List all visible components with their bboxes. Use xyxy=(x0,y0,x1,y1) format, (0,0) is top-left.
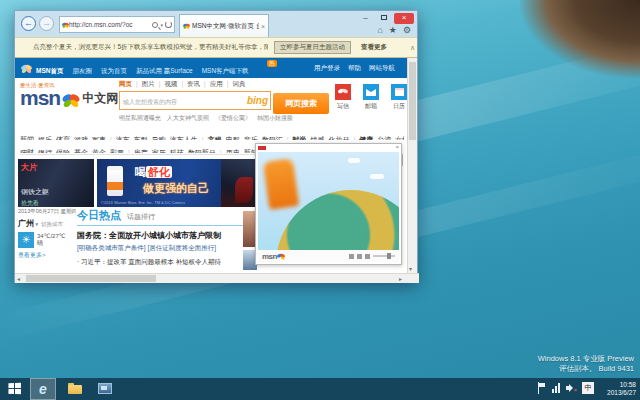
channel-link[interactable]: 数码新品 xyxy=(188,149,216,153)
city-selector[interactable]: 广州 ▾ xyxy=(18,218,38,229)
browser-tab[interactable]: MSN中文网·微软首页 台… × xyxy=(179,14,269,37)
calendar-tile[interactable] xyxy=(391,84,407,100)
channel-link[interactable]: 黄金 xyxy=(92,149,106,153)
search-input[interactable]: 输入您想搜索的内容 bing xyxy=(119,91,271,110)
channel-link[interactable]: 汽车 xyxy=(116,136,130,140)
top-nav-link[interactable]: 帮助 xyxy=(348,64,361,73)
channel-link[interactable]: 保险 xyxy=(56,149,70,153)
top-nav-link[interactable]: MSN客户端下载 xyxy=(202,67,249,74)
back-button[interactable]: ← xyxy=(21,16,36,31)
weather-more-link[interactable]: 查看更多> xyxy=(18,251,76,260)
top-nav-link[interactable]: 用户登录 xyxy=(314,64,340,73)
channel-link[interactable]: 时尚 xyxy=(292,136,306,140)
scroll-left-icon[interactable]: ◂ xyxy=(17,275,20,282)
channel-link[interactable]: 游戏 xyxy=(74,136,88,140)
channel-link[interactable]: 体育 xyxy=(56,136,70,140)
mute-icon[interactable] xyxy=(365,254,370,259)
channel-link[interactable]: 军事 xyxy=(92,136,106,140)
ad-animation[interactable] xyxy=(258,152,399,250)
channel-link[interactable]: 彩票 xyxy=(110,149,124,153)
app-calendar[interactable]: 日历 xyxy=(391,84,407,111)
channel-link[interactable]: 理财 xyxy=(20,149,34,153)
home-icon[interactable]: ⌂ xyxy=(377,25,382,35)
hotspot-sublinks[interactable]: [明确各类城市落户条件] [居住证制度将全面推行] xyxy=(77,244,243,253)
search-icon[interactable] xyxy=(152,22,158,28)
volume-slider[interactable] xyxy=(373,255,395,257)
channel-link[interactable]: 娱乐 xyxy=(38,136,52,140)
channel-link[interactable]: 家居 xyxy=(152,149,166,153)
notification-more-link[interactable]: 查看更多 xyxy=(361,43,387,52)
msn-logo[interactable]: 爱生活·爱资讯 msn 中文网 xyxy=(20,82,118,107)
address-url[interactable]: http://cn.msn.com/?oc xyxy=(69,21,150,28)
channel-link[interactable]: 文娱 xyxy=(208,136,222,140)
channel-link[interactable]: 女性社区 xyxy=(395,136,404,140)
top-nav-link[interactable]: 朋友圈 xyxy=(72,67,92,74)
close-button[interactable]: × xyxy=(394,13,414,24)
channel-link[interactable]: 基金 xyxy=(74,149,88,153)
top-nav-link[interactable]: MSN首页 xyxy=(36,67,63,74)
channel-link[interactable]: 音乐 xyxy=(244,136,258,140)
top-nav-link[interactable]: 网站导航 xyxy=(369,64,395,73)
maximize-button[interactable] xyxy=(376,13,391,24)
app-mail[interactable]: 邮箱 xyxy=(363,84,379,111)
ad-banner[interactable]: 喝舒化 做更强的自己 ©2013 Warner Bros. Ent. Inc. … xyxy=(97,159,255,207)
hotspot-subtitle[interactable]: 话题排行 xyxy=(127,212,155,222)
movie-poster[interactable]: 大片 钢铁之躯 抢先看 xyxy=(18,159,94,207)
search-button[interactable]: 网页搜索 xyxy=(273,93,329,114)
taskbar-clock[interactable]: 10:58 2013/6/27 xyxy=(607,381,636,397)
volume-icon[interactable]: × xyxy=(566,383,576,393)
chevron-down-icon[interactable]: ▾ xyxy=(160,22,163,28)
switch-city-link[interactable]: 切换城市 xyxy=(41,221,63,228)
settings-gear-icon[interactable]: ⚙ xyxy=(403,25,411,35)
channel-link[interactable]: 车型 xyxy=(134,136,148,140)
scroll-right-icon[interactable]: ▸ xyxy=(399,275,402,282)
mail-tile[interactable] xyxy=(363,84,379,100)
channel-link[interactable]: 房产 xyxy=(134,149,148,153)
scroll-down-icon[interactable]: ▾ xyxy=(409,265,412,272)
vscroll-thumb[interactable] xyxy=(409,62,416,140)
tab-close-icon[interactable]: × xyxy=(261,23,265,30)
notification-collapse-icon[interactable]: ∧ xyxy=(410,44,415,52)
hotspot-bullet[interactable]: · 习近平：提改革 直面问题最根本 补短板令人期待 xyxy=(77,258,243,267)
minimize-button[interactable]: – xyxy=(358,13,373,24)
channel-link[interactable]: 银行 xyxy=(38,149,52,153)
channel-link[interactable]: 科技 xyxy=(170,149,184,153)
search-scope-tab[interactable]: 应用 xyxy=(210,80,223,89)
horizontal-scrollbar[interactable]: ◂ ▸ xyxy=(15,273,419,283)
top-nav-link[interactable]: 新品试用 赢Surface xyxy=(136,67,193,74)
refresh-icon[interactable] xyxy=(165,21,172,28)
top-nav-link[interactable]: 设为首页 xyxy=(101,67,127,74)
search-scope-tab[interactable]: 资讯 xyxy=(187,80,200,89)
ime-indicator[interactable]: 中 xyxy=(582,382,594,394)
search-scope-tab[interactable]: 图片 xyxy=(142,80,155,89)
channel-link[interactable]: 导购 xyxy=(152,136,166,140)
address-bar[interactable]: http://cn.msn.com/?oc ▾ xyxy=(59,16,175,33)
taskbar-ie-button[interactable]: e xyxy=(30,378,56,400)
search-scope-tab[interactable]: 视频 xyxy=(164,80,177,89)
channel-link[interactable]: 健康 xyxy=(359,136,373,140)
channel-link[interactable]: 汽车人生 xyxy=(170,136,198,140)
channel-link[interactable]: 数码汇 xyxy=(262,136,283,140)
channel-link[interactable]: 情感 xyxy=(310,136,324,140)
search-scope-tab[interactable]: 网页 xyxy=(119,80,132,89)
hot-search-line[interactable]: 明星私照遭曝光 人大女神气质照 《爱情公寓》 韩国小姐撞脸 xyxy=(119,114,339,123)
taskbar-explorer-button[interactable] xyxy=(62,378,88,400)
favorites-star-icon[interactable]: ★ xyxy=(389,25,397,35)
pause-icon[interactable] xyxy=(357,254,362,259)
taskbar-app-button[interactable] xyxy=(92,378,118,400)
play-icon[interactable] xyxy=(349,254,354,259)
forward-button[interactable]: → xyxy=(39,16,54,31)
network-icon[interactable] xyxy=(552,383,560,393)
app-write[interactable]: 写信 xyxy=(335,84,351,111)
hscroll-thumb[interactable] xyxy=(26,275,156,282)
channel-link[interactable]: 电影 xyxy=(226,136,240,140)
channel-link[interactable]: 历史 xyxy=(226,149,240,153)
popup-close-icon[interactable]: × xyxy=(395,144,399,150)
channel-link[interactable]: 化妆品 xyxy=(328,136,349,140)
channel-link[interactable]: 台湾 xyxy=(377,136,391,140)
search-scope-tab[interactable]: 词典 xyxy=(233,80,246,89)
start-button[interactable] xyxy=(8,383,21,395)
vertical-scrollbar[interactable]: ▾ xyxy=(407,58,417,273)
channel-link[interactable]: 新闻 xyxy=(20,136,34,140)
hotspot-headline[interactable]: 国务院：全面放开小城镇小城市落户限制 xyxy=(77,230,243,241)
